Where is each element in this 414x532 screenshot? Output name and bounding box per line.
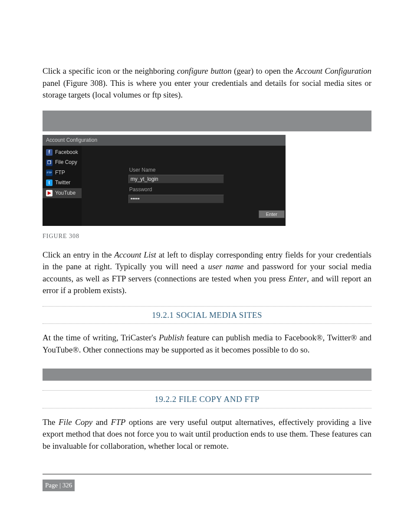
file-copy-icon: ❐ [46,160,53,166]
enter-button[interactable]: Enter [259,210,285,218]
section-heading: 19.2.2 FILE COPY AND FTP [43,391,371,408]
section-heading-container: 19.2.1 SOCIAL MEDIA SITES [43,306,371,324]
list-item-label: FTP [55,169,65,176]
list-item[interactable]: t Twitter [43,178,82,188]
facebook-icon: f [46,149,53,156]
text-run: Click an entry in the [43,250,114,259]
list-item[interactable]: ▶ YouTube [43,188,82,198]
text-run-italic: Publish [159,333,184,342]
text-run: (gear) to open the [232,66,296,75]
text-run: panel (Figure 308). This is where you en… [43,78,371,100]
text-run-italic: user name [208,262,243,271]
list-item[interactable]: f Facebook [43,147,82,157]
username-field[interactable] [128,175,224,183]
list-item[interactable]: ❐ File Copy [43,157,82,167]
text-run: At the time of writing, TriCaster's [43,333,159,342]
section-heading: 19.2.1 SOCIAL MEDIA SITES [43,307,371,324]
file-copy-paragraph: The File Copy and FTP options are very u… [43,416,371,452]
window-body: f Facebook ❐ File Copy FTP FTP t Twitter… [43,146,286,226]
text-run: The [43,418,59,427]
intro-paragraph: Click a specific icon or the neighboring… [43,65,371,101]
text-run-italic: File Copy [59,418,92,427]
list-item-label: Facebook [55,149,78,156]
text-run-italic: Enter [289,274,307,283]
username-label: User Name [128,166,285,174]
divider [43,408,371,408]
password-label: Password [128,186,285,193]
text-run: Click a specific icon or the neighboring [43,66,177,75]
list-item[interactable]: FTP FTP [43,168,82,178]
list-item-label: Twitter [55,179,70,186]
youtube-icon: ▶ [46,190,53,196]
ftp-icon: FTP [46,170,53,176]
page-number: Page | 326 [43,480,75,492]
text-run: and [92,418,111,427]
text-run-italic: FTP [111,418,126,427]
twitter-icon: t [46,180,53,186]
divider [43,323,371,324]
list-item-label: File Copy [55,159,77,166]
account-list: f Facebook ❐ File Copy FTP FTP t Twitter… [43,146,82,226]
section-heading-container: 19.2.2 FILE COPY AND FTP [43,390,371,408]
page-footer: Page | 326 [43,474,371,492]
account-list-paragraph: Click an entry in the Account List at le… [43,249,371,297]
figure-caption: FIGURE 308 [43,232,371,241]
decorative-band [43,111,371,131]
window-title: Account Configuration [43,135,286,146]
social-media-paragraph: At the time of writing, TriCaster's Publ… [43,332,371,356]
text-run-italic: Account Configuration [296,66,371,75]
credentials-pane: User Name Password Enter [82,146,295,226]
text-run-italic: configure button [177,66,232,75]
password-field[interactable] [128,195,224,203]
list-item-label: YouTube [55,189,76,197]
account-config-screenshot: Account Configuration f Facebook ❐ File … [43,135,286,226]
text-run-italic: Account List [114,250,156,259]
decorative-band [43,369,371,381]
